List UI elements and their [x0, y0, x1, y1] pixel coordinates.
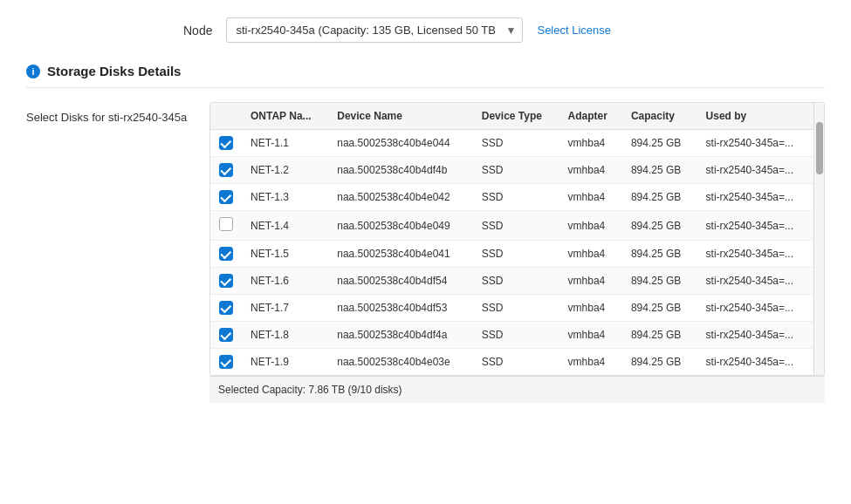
- ontap-name: NET-1.1: [242, 130, 328, 157]
- scrollbar-thumb[interactable]: [816, 122, 823, 174]
- capacity: 894.25 GB: [622, 349, 697, 376]
- checkbox-cell[interactable]: [210, 211, 242, 241]
- device-name: naa.5002538c40b4df54: [328, 268, 473, 295]
- device-name: naa.5002538c40b4df53: [328, 295, 473, 322]
- ontap-name: NET-1.5: [242, 241, 328, 268]
- capacity: 894.25 GB: [622, 241, 697, 268]
- adapter: vmhba4: [559, 241, 622, 268]
- device-type: SSD: [473, 157, 559, 184]
- used-by: sti-rx2540-345a=...: [697, 268, 813, 295]
- adapter: vmhba4: [559, 130, 622, 157]
- capacity: 894.25 GB: [622, 295, 697, 322]
- scrollbar-track[interactable]: [813, 103, 824, 375]
- section-title: Storage Disks Details: [47, 64, 181, 78]
- ontap-name: NET-1.8: [242, 322, 328, 349]
- device-type: SSD: [473, 322, 559, 349]
- used-by: sti-rx2540-345a=...: [697, 184, 813, 211]
- disk-table: ONTAP Na... Device Name Device Type Adap…: [210, 103, 813, 375]
- capacity: 894.25 GB: [622, 130, 697, 157]
- used-by: sti-rx2540-345a=...: [697, 211, 813, 241]
- adapter: vmhba4: [559, 157, 622, 184]
- used-by: sti-rx2540-345a=...: [697, 349, 813, 376]
- checkbox-cell[interactable]: [210, 157, 242, 184]
- used-by: sti-rx2540-345a=...: [697, 322, 813, 349]
- selected-capacity-text: Selected Capacity: 7.86 TB (9/10 disks): [218, 384, 402, 396]
- ontap-name: NET-1.4: [242, 211, 328, 241]
- device-type: SSD: [473, 130, 559, 157]
- table-row: NET-1.2naa.5002538c40b4df4bSSDvmhba4894.…: [210, 157, 813, 184]
- col-capacity: Capacity: [622, 103, 697, 130]
- table-header-row: ONTAP Na... Device Name Device Type Adap…: [210, 103, 813, 130]
- device-name: naa.5002538c40b4df4a: [328, 322, 473, 349]
- page-container: Node sti-rx2540-345a (Capacity: 135 GB, …: [0, 0, 851, 504]
- device-name: naa.5002538c40b4df4b: [328, 157, 473, 184]
- table-row: NET-1.8naa.5002538c40b4df4aSSDvmhba4894.…: [210, 322, 813, 349]
- section-header: i Storage Disks Details: [26, 64, 825, 88]
- checkbox-cell[interactable]: [210, 322, 242, 349]
- adapter: vmhba4: [559, 184, 622, 211]
- checkbox-cell[interactable]: [210, 268, 242, 295]
- select-license-link[interactable]: Select License: [537, 24, 611, 37]
- ontap-name: NET-1.2: [242, 157, 328, 184]
- table-row: NET-1.4naa.5002538c40b4e049SSDvmhba4894.…: [210, 211, 813, 241]
- disk-table-body: NET-1.1naa.5002538c40b4e044SSDvmhba4894.…: [210, 130, 813, 376]
- ontap-name: NET-1.6: [242, 268, 328, 295]
- checkbox-checked[interactable]: [219, 355, 233, 369]
- device-type: SSD: [473, 268, 559, 295]
- checkbox-checked[interactable]: [219, 274, 233, 288]
- checkbox-cell[interactable]: [210, 241, 242, 268]
- capacity: 894.25 GB: [622, 322, 697, 349]
- adapter: vmhba4: [559, 349, 622, 376]
- col-device-type: Device Type: [473, 103, 559, 130]
- device-name: naa.5002538c40b4e03e: [328, 349, 473, 376]
- table-scroll-inner: ONTAP Na... Device Name Device Type Adap…: [210, 103, 813, 375]
- checkbox-checked[interactable]: [219, 247, 233, 261]
- device-name: naa.5002538c40b4e049: [328, 211, 473, 241]
- footer-bar: Selected Capacity: 7.86 TB (9/10 disks): [209, 376, 825, 403]
- used-by: sti-rx2540-345a=...: [697, 295, 813, 322]
- checkbox-cell[interactable]: [210, 184, 242, 211]
- col-checkbox: [210, 103, 242, 130]
- checkbox-checked[interactable]: [219, 136, 233, 150]
- col-device-name: Device Name: [328, 103, 473, 130]
- table-row: NET-1.1naa.5002538c40b4e044SSDvmhba4894.…: [210, 130, 813, 157]
- sidebar-label: Select Disks for sti-rx2540-345a: [26, 102, 209, 403]
- checkbox-cell[interactable]: [210, 295, 242, 322]
- col-used-by: Used by: [697, 103, 813, 130]
- table-row: NET-1.3naa.5002538c40b4e042SSDvmhba4894.…: [210, 184, 813, 211]
- checkbox-checked[interactable]: [219, 163, 233, 177]
- ontap-name: NET-1.7: [242, 295, 328, 322]
- used-by: sti-rx2540-345a=...: [697, 130, 813, 157]
- adapter: vmhba4: [559, 295, 622, 322]
- info-icon: i: [26, 65, 40, 78]
- table-row: NET-1.6naa.5002538c40b4df54SSDvmhba4894.…: [210, 268, 813, 295]
- checkbox-unchecked[interactable]: [219, 217, 233, 231]
- capacity: 894.25 GB: [622, 184, 697, 211]
- checkbox-checked[interactable]: [219, 190, 233, 204]
- device-type: SSD: [473, 241, 559, 268]
- ontap-name: NET-1.9: [242, 349, 328, 376]
- checkbox-checked[interactable]: [219, 328, 233, 342]
- node-label: Node: [183, 24, 212, 37]
- checkbox-cell[interactable]: [210, 130, 242, 157]
- ontap-name: NET-1.3: [242, 184, 328, 211]
- table-row: NET-1.7naa.5002538c40b4df53SSDvmhba4894.…: [210, 295, 813, 322]
- node-select-wrapper: sti-rx2540-345a (Capacity: 135 GB, Licen…: [226, 17, 523, 43]
- content-area: Select Disks for sti-rx2540-345a ONTAP N…: [26, 102, 825, 403]
- adapter: vmhba4: [559, 322, 622, 349]
- device-name: naa.5002538c40b4e044: [328, 130, 473, 157]
- node-row: Node sti-rx2540-345a (Capacity: 135 GB, …: [26, 17, 825, 43]
- capacity: 894.25 GB: [622, 157, 697, 184]
- capacity: 894.25 GB: [622, 211, 697, 241]
- device-name: naa.5002538c40b4e042: [328, 184, 473, 211]
- device-name: naa.5002538c40b4e041: [328, 241, 473, 268]
- device-type: SSD: [473, 211, 559, 241]
- device-type: SSD: [473, 349, 559, 376]
- checkbox-cell[interactable]: [210, 349, 242, 376]
- device-type: SSD: [473, 184, 559, 211]
- checkbox-checked[interactable]: [219, 301, 233, 315]
- device-type: SSD: [473, 295, 559, 322]
- col-ontap: ONTAP Na...: [242, 103, 328, 130]
- node-select[interactable]: sti-rx2540-345a (Capacity: 135 GB, Licen…: [226, 17, 523, 43]
- table-row: NET-1.9naa.5002538c40b4e03eSSDvmhba4894.…: [210, 349, 813, 376]
